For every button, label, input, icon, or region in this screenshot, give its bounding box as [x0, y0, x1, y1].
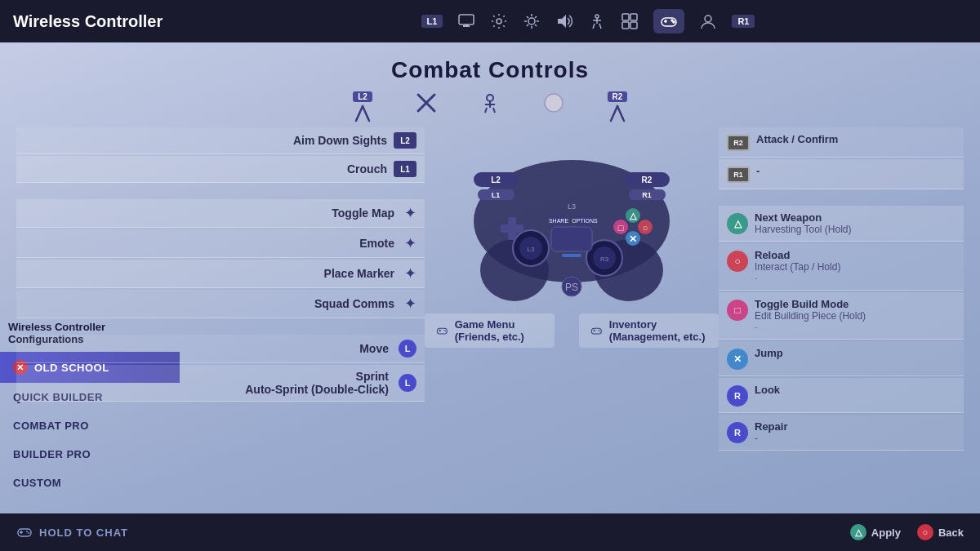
nav-accessibility[interactable]: [588, 12, 606, 30]
chat-icon: [16, 524, 33, 540]
r-stick-repair-icon: R: [727, 422, 748, 443]
game-menu-label: Game Menu (Friends, etc.): [455, 318, 543, 343]
apply-triangle-icon: △: [850, 524, 866, 540]
cross-icon: [415, 91, 438, 122]
emote-label: Emote: [359, 237, 394, 250]
look-text: Look: [755, 384, 780, 396]
binding-emote[interactable]: Emote ✦: [16, 229, 425, 258]
svg-text:R1: R1: [642, 191, 652, 199]
svg-line-37: [493, 108, 495, 113]
repair-sub: -: [755, 433, 787, 444]
back-circle-icon: ○: [917, 524, 933, 540]
game-menu-item[interactable]: Game Menu (Friends, etc.): [425, 313, 555, 348]
circle-icon: ○: [727, 251, 748, 272]
binding-r1[interactable]: R1 -: [719, 159, 964, 189]
svg-line-18: [599, 24, 601, 29]
binding-squad-comms[interactable]: Squad Comms ✦: [16, 290, 425, 318]
svg-line-17: [593, 24, 595, 29]
reload-sub: Interact (Tap / Hold): [755, 261, 840, 273]
nav-volume[interactable]: [555, 12, 573, 30]
nav-l1[interactable]: L1: [421, 15, 443, 28]
game-menu-icon: [436, 322, 448, 340]
svg-text:L3: L3: [568, 202, 576, 211]
next-weapon-text: Next Weapon Harvesting Tool (Hold): [755, 211, 852, 235]
circle-gray-icon: [542, 91, 565, 122]
svg-text:○: ○: [643, 223, 648, 233]
binding-next-weapon[interactable]: △ Next Weapon Harvesting Tool (Hold): [719, 206, 964, 242]
binding-attack-confirm[interactable]: R2 Attack / Confirm: [719, 127, 964, 158]
top-nav: L1 R1: [209, 9, 967, 33]
binding-aim-down-sights[interactable]: Aim Down Sights L2: [16, 127, 425, 154]
next-weapon-label: Next Weapon: [755, 211, 852, 224]
nav-controller[interactable]: [653, 9, 684, 33]
svg-point-91: [28, 532, 29, 534]
nav-monitor[interactable]: [457, 12, 475, 30]
r1-label: -: [756, 165, 760, 177]
svg-text:△: △: [629, 211, 637, 220]
svg-point-90: [26, 531, 28, 532]
build-mode-text: Toggle Build Mode Edit Building Piece (H…: [755, 298, 866, 333]
svg-line-29: [356, 106, 363, 121]
svg-rect-22: [630, 22, 637, 29]
bottom-actions: △ Apply ○ Back: [850, 524, 964, 540]
aim-down-sights-label: Aim Down Sights: [293, 134, 387, 147]
bottom-bar: HOLD TO CHAT △ Apply ○ Back: [0, 513, 980, 551]
svg-line-11: [527, 24, 528, 26]
top-bar: Wireless Controller L1 R1: [0, 0, 980, 42]
svg-rect-0: [459, 15, 474, 24]
binding-look[interactable]: R Look: [719, 378, 964, 413]
svg-point-28: [705, 16, 711, 22]
inventory-item[interactable]: Inventory (Management, etc.): [579, 313, 719, 348]
build-mode-label: Toggle Build Mode: [755, 298, 866, 310]
nav-gear[interactable]: [490, 12, 508, 30]
svg-point-80: [443, 330, 444, 331]
back-button[interactable]: ○ Back: [917, 524, 964, 540]
hold-to-chat: HOLD TO CHAT: [16, 524, 128, 540]
svg-text:PS: PS: [565, 282, 578, 293]
r1-text: -: [756, 165, 760, 177]
svg-text:□: □: [618, 223, 624, 233]
svg-rect-21: [622, 22, 629, 29]
main-content: Combat Controls L2: [0, 42, 980, 513]
svg-rect-70: [551, 227, 592, 251]
person-icon: [479, 91, 501, 122]
nav-user[interactable]: [699, 12, 717, 30]
sprint-stick-icon: L: [399, 374, 416, 392]
build-mode-dash: -: [755, 322, 866, 333]
squad-comms-label: Squad Comms: [314, 297, 394, 310]
svg-line-9: [527, 16, 528, 18]
svg-text:L1: L1: [492, 191, 501, 199]
reload-label: Reload: [755, 249, 840, 261]
nav-network[interactable]: [621, 12, 639, 30]
jump-text: Jump: [755, 347, 783, 359]
binding-reload[interactable]: ○ Reload Interact (Tap / Hold) -: [719, 243, 964, 291]
svg-point-4: [528, 18, 535, 24]
svg-rect-2: [465, 24, 468, 26]
binding-crouch[interactable]: Crouch L1: [16, 156, 425, 183]
trigger-row: L2 R2: [0, 91, 980, 122]
svg-text:L2: L2: [491, 176, 501, 184]
binding-place-marker[interactable]: Place Marker ✦: [16, 260, 425, 288]
svg-line-12: [535, 16, 537, 18]
back-label: Back: [938, 527, 964, 539]
binding-sprint[interactable]: SprintAuto-Sprint (Double-Click) L: [16, 365, 425, 402]
attack-confirm-label: Attack / Confirm: [756, 133, 838, 145]
svg-text:SHARE: SHARE: [549, 218, 568, 224]
binding-build-mode[interactable]: □ Toggle Build Mode Edit Building Piece …: [719, 292, 964, 340]
squad-comms-dpad-icon: ✦: [404, 295, 416, 313]
svg-text:R2: R2: [642, 176, 653, 184]
binding-toggle-map[interactable]: Toggle Map ✦: [16, 199, 425, 228]
next-weapon-sub: Harvesting Tool (Hold): [755, 224, 852, 235]
place-marker-label: Place Marker: [324, 267, 394, 280]
nav-r1[interactable]: R1: [732, 15, 755, 28]
app-title: Wireless Controller: [13, 12, 176, 31]
svg-line-40: [617, 106, 624, 121]
sprint-label: SprintAuto-Sprint (Double-Click): [245, 370, 389, 396]
svg-point-26: [671, 20, 673, 21]
nav-brightness[interactable]: [523, 12, 541, 30]
svg-rect-57: [501, 224, 523, 233]
apply-button[interactable]: △ Apply: [850, 524, 901, 540]
binding-move[interactable]: Move L: [16, 335, 425, 363]
binding-jump[interactable]: ✕ Jump: [719, 341, 964, 376]
binding-repair[interactable]: R Repair -: [719, 415, 964, 451]
